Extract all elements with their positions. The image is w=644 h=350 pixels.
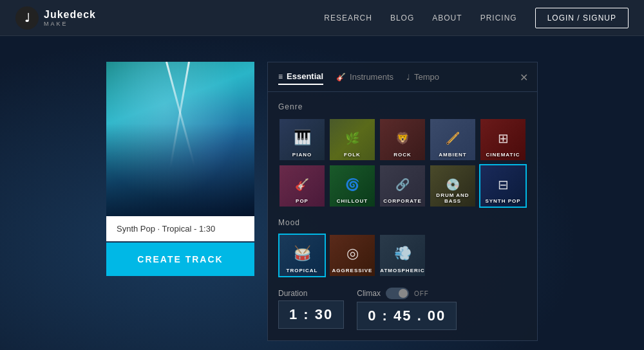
genre-dnb-label: DRUM AND BASS <box>430 192 475 204</box>
folk-icon: 🌿 <box>345 131 359 145</box>
mood-atmospheric[interactable]: 💨 ATMOSPHERIC <box>379 234 426 277</box>
chillout-icon: 🌀 <box>345 178 359 192</box>
mood-tropical[interactable]: 🥁 TROPICAL <box>278 234 326 277</box>
genre-piano-label: PIANO <box>279 152 325 158</box>
duration-box: Duration 1 : 30 <box>278 289 344 329</box>
logo-name: Jukedeck <box>44 9 96 21</box>
genre-folk[interactable]: 🌿 FOLK <box>328 118 376 161</box>
genre-chillout[interactable]: 🌀 CHILLOUT <box>328 164 376 208</box>
duration-row: Duration 1 : 30 Climax OFF 0 : 45 . 00 <box>278 288 527 330</box>
nav-pricing[interactable]: PRICING <box>480 14 517 23</box>
genre-dnb[interactable]: 💿 DRUM AND BASS <box>429 164 477 208</box>
genre-rock-label: ROCK <box>380 152 425 158</box>
preview-panel: Synth Pop · Tropical - 1:30 CREATE TRACK <box>106 62 254 276</box>
essential-icon: ≡ <box>278 72 283 81</box>
nav-research[interactable]: RESEARCH <box>324 14 372 23</box>
cinematic-icon: ⊞ <box>498 131 509 146</box>
atmospheric-icon: 💨 <box>394 245 412 262</box>
genre-piano[interactable]: 🎹 PIANO <box>278 118 326 161</box>
logo-sub: MAKE <box>44 21 96 27</box>
instruments-icon: 🎸 <box>336 73 346 82</box>
preview-image <box>106 62 254 216</box>
tab-instruments-label: Instruments <box>350 72 393 82</box>
climax-label: Climax <box>357 289 381 298</box>
genre-folk-label: FOLK <box>330 152 375 158</box>
climax-box: Climax OFF 0 : 45 . 00 <box>357 288 457 330</box>
toggle-knob <box>399 289 408 298</box>
tab-tempo[interactable]: ♩ Tempo <box>406 72 439 84</box>
track-label: Synth Pop · Tropical - 1:30 <box>106 216 254 241</box>
close-button[interactable]: ✕ <box>520 71 528 83</box>
create-track-button[interactable]: CREATE TRACK <box>106 243 254 276</box>
aggressive-icon: ◎ <box>346 245 359 262</box>
tropical-icon: 🥁 <box>294 245 311 262</box>
mood-aggressive-label: AGGRESSIVE <box>330 268 375 273</box>
mood-section-label: Mood <box>278 218 527 227</box>
settings-panel: ≡ Essential 🎸 Instruments ♩ Tempo ✕ Genr… <box>267 62 538 341</box>
login-signup-button[interactable]: LOGIN / SIGNUP <box>535 8 629 28</box>
settings-content: Genre 🎹 PIANO 🌿 FOLK 🦁 <box>268 92 537 340</box>
dnb-icon: 💿 <box>446 178 460 192</box>
climax-toggle[interactable] <box>386 288 409 299</box>
climax-control: Climax OFF <box>357 288 457 299</box>
logo-text: Jukedeck MAKE <box>44 9 96 27</box>
climax-toggle-state: OFF <box>414 290 429 297</box>
tabs-bar: ≡ Essential 🎸 Instruments ♩ Tempo ✕ <box>268 62 537 92</box>
tab-instruments[interactable]: 🎸 Instruments <box>336 72 393 84</box>
mood-aggressive[interactable]: ◎ AGGRESSIVE <box>328 234 376 277</box>
duration-label: Duration <box>278 289 344 298</box>
genre-pop-label: POP <box>279 198 325 204</box>
corporate-icon: 🔗 <box>395 178 410 192</box>
tab-essential[interactable]: ≡ Essential <box>278 71 323 85</box>
nav-about[interactable]: ABOUT <box>432 14 462 23</box>
genre-rock[interactable]: 🦁 ROCK <box>379 118 426 161</box>
tempo-icon: ♩ <box>406 73 410 82</box>
genre-ambient-label: AMBIENT <box>430 152 475 158</box>
logo-icon: ♩ <box>15 6 39 30</box>
logo[interactable]: ♩ Jukedeck MAKE <box>15 6 96 30</box>
tab-tempo-label: Tempo <box>414 72 439 82</box>
genre-synthpop-label: SYNTH POP <box>480 198 526 204</box>
navbar: ♩ Jukedeck MAKE RESEARCH BLOG ABOUT PRIC… <box>0 0 644 36</box>
nav-blog[interactable]: BLOG <box>390 14 414 23</box>
climax-value[interactable]: 0 : 45 . 00 <box>357 302 457 330</box>
genre-chillout-label: CHILLOUT <box>330 198 375 204</box>
genre-cinematic[interactable]: ⊞ CINEMATIC <box>479 118 527 161</box>
duration-value[interactable]: 1 : 30 <box>278 300 344 329</box>
genre-grid: 🎹 PIANO 🌿 FOLK 🦁 ROCK � <box>278 118 527 208</box>
mood-tropical-label: TROPICAL <box>279 268 325 273</box>
genre-pop[interactable]: 🎸 POP <box>278 164 326 208</box>
genre-ambient[interactable]: 🪈 AMBIENT <box>429 118 477 161</box>
piano-icon: 🎹 <box>294 129 311 146</box>
pop-icon: 🎸 <box>295 178 309 192</box>
main-content: Synth Pop · Tropical - 1:30 CREATE TRACK… <box>0 36 644 350</box>
synthpop-icon: ⊟ <box>498 177 509 192</box>
mood-atmospheric-label: ATMOSPHERIC <box>380 268 425 273</box>
ambient-icon: 🪈 <box>446 131 460 145</box>
genre-cinematic-label: CINEMATIC <box>480 152 526 158</box>
genre-corporate[interactable]: 🔗 CORPORATE <box>379 164 426 208</box>
mood-grid: 🥁 TROPICAL ◎ AGGRESSIVE 💨 ATMOSPHERIC <box>278 234 527 277</box>
genre-corporate-label: CORPORATE <box>380 198 425 204</box>
genre-section-label: Genre <box>278 102 527 111</box>
rock-icon: 🦁 <box>395 131 410 145</box>
tab-essential-label: Essential <box>287 71 323 81</box>
light-beam-2 <box>169 62 189 169</box>
genre-synthpop[interactable]: ⊟ SYNTH POP <box>479 164 527 208</box>
nav-links: RESEARCH BLOG ABOUT PRICING LOGIN / SIGN… <box>324 8 629 28</box>
